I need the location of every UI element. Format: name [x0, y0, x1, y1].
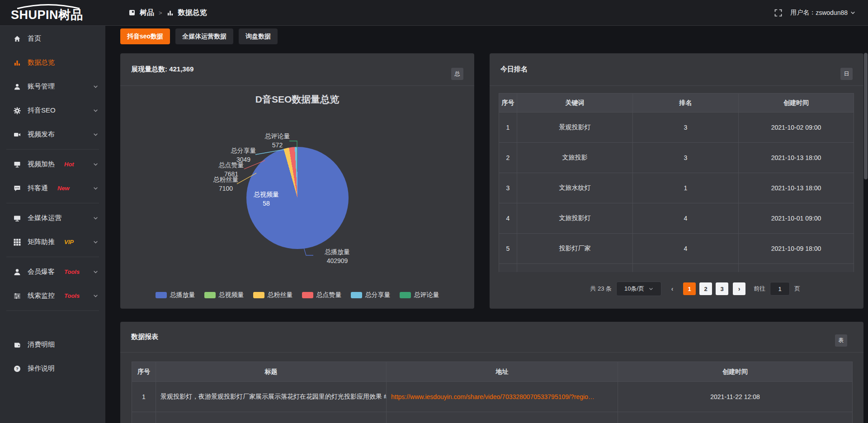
table-view-button[interactable]: 表 — [835, 334, 847, 347]
empty-row — [499, 264, 854, 272]
legend-item[interactable]: 总点赞量 — [302, 291, 342, 299]
total-view-button[interactable]: 总 — [451, 68, 463, 80]
legend-label: 总评论量 — [414, 291, 439, 299]
data-source-tabs: 抖音seo数据全媒体运营数据询盘数据 — [120, 28, 278, 44]
bar-chart-icon — [14, 59, 21, 66]
sidebar-item-clue-monitor[interactable]: 线索监控Tools — [0, 284, 105, 308]
table-row: 1景观投影灯32021-10-02 09:00 — [499, 113, 854, 143]
scrollbar-thumb[interactable] — [864, 53, 868, 179]
sidebar-item-matrix-boost[interactable]: 矩阵助推VIP — [0, 230, 105, 254]
tab-all-media-data[interactable]: 全媒体运营数据 — [175, 28, 233, 44]
tab-douyin-seo-data[interactable]: 抖音seo数据 — [120, 28, 170, 44]
ranking-table-header: 序号关键词排名创建时间 — [499, 94, 854, 113]
chevron-down-icon — [93, 240, 98, 244]
legend-item[interactable]: 总播放量 — [156, 291, 195, 299]
sidebar-divider — [6, 310, 99, 311]
legend-item[interactable]: 总视频量 — [204, 291, 244, 299]
sidebar-item-consume-detail[interactable]: 消费明细 — [0, 333, 105, 357]
sidebar-item-label: 消费明细 — [28, 340, 55, 349]
report-title-cell: 景观投影灯，夜游景观投影灯厂家展示展示落花灯在花园里的灯光投影应用效果 # — [156, 382, 387, 412]
pie-label-plays: 总播放量 402909 — [312, 248, 362, 265]
sidebar-item-badge: New — [57, 185, 70, 192]
chevron-down-icon — [93, 108, 98, 113]
sidebar-item-account-manage[interactable]: 账号管理 — [0, 75, 105, 99]
question-icon: ? — [14, 365, 21, 372]
chevron-down-icon — [850, 10, 855, 15]
fullscreen-icon[interactable] — [774, 9, 782, 17]
table-cell: 5 — [499, 234, 517, 264]
table-cell: 3 — [499, 173, 517, 203]
chevron-down-icon — [93, 84, 98, 89]
sidebar-item-data-overview[interactable]: 数据总览 — [0, 51, 105, 75]
legend-item[interactable]: 总评论量 — [400, 291, 439, 299]
column-header: 序号 — [499, 94, 517, 113]
legend-color-chip — [253, 292, 264, 298]
sidebar-item-all-media[interactable]: 全媒体运营 — [0, 206, 105, 230]
sidebar-item-member-baoke[interactable]: 会员爆客Tools — [0, 260, 105, 284]
prev-page-button[interactable]: ‹ — [666, 282, 679, 295]
sidebar-item-video-publish[interactable]: 视频发布 — [0, 122, 105, 146]
table-cell — [633, 264, 739, 272]
main-content: 抖音seo数据全媒体运营数据询盘数据 展现量总数: 421,369 总 D音SE… — [105, 26, 868, 423]
page-size-select[interactable]: 10条/页 — [616, 282, 661, 296]
sidebar-item-label: 抖音SEO — [28, 106, 56, 115]
user-icon — [14, 83, 21, 90]
page-button-2[interactable]: 2 — [699, 282, 712, 295]
report-card-title: 数据报表 — [131, 333, 158, 341]
impressions-total-label: 展现量总数: 421,369 — [131, 65, 193, 74]
sidebar-item-video-heat[interactable]: 视频加热Hot — [0, 152, 105, 176]
chevron-down-icon — [93, 186, 98, 191]
sidebar-item-badge: Tools — [64, 292, 80, 299]
table-cell: 文旅水纹灯 — [517, 173, 633, 203]
legend-item[interactable]: 总分享量 — [351, 291, 391, 299]
table-cell — [517, 264, 633, 272]
page-button-1[interactable]: 1 — [683, 282, 696, 295]
table-cell: 4 — [633, 234, 739, 264]
page-button-3[interactable]: 3 — [716, 282, 728, 295]
table-cell: 2021-10-13 18:00 — [739, 143, 854, 173]
chevron-down-icon — [93, 132, 98, 137]
sidebar-item-operation-guide[interactable]: ?操作说明 — [0, 357, 105, 381]
table-cell: 投影灯厂家 — [517, 234, 633, 264]
app-logo: SHUPIN树品 — [0, 4, 105, 21]
screen-icon — [14, 161, 21, 168]
chevron-down-icon — [93, 216, 98, 221]
scrollbar[interactable] — [864, 52, 868, 423]
table-cell: 景观投影灯 — [517, 113, 633, 143]
video-link[interactable]: https://www.iesdouyin.com/share/video/70… — [391, 393, 594, 400]
monitor-icon — [14, 215, 21, 222]
report-url-cell: https://www.iesdouyin.com/share/video/70… — [387, 382, 618, 412]
column-header: 序号 — [132, 362, 156, 382]
table-cell: 3 — [633, 113, 739, 143]
gear-icon — [14, 107, 21, 114]
window-icon — [129, 9, 135, 16]
legend-item[interactable]: 总粉丝量 — [253, 291, 293, 299]
table-cell: 2021-11-22 12:08 — [618, 382, 853, 412]
chevron-down-icon — [93, 269, 98, 274]
data-report-card: 数据报表 表 序号标题地址创建时间 1景观投影灯，夜游景观投影灯厂家展示展示落花… — [120, 322, 863, 423]
column-header: 排名 — [633, 94, 739, 113]
next-page-button[interactable]: › — [733, 282, 745, 295]
sidebar-gap — [0, 314, 105, 333]
sidebar-item-label: 矩阵助推 — [28, 238, 55, 246]
grid-icon — [14, 239, 21, 246]
sidebar-item-home[interactable]: 首页 — [0, 27, 105, 51]
user-menu[interactable]: 用户名：zswodun88 — [790, 9, 855, 17]
breadcrumb-separator: > — [159, 9, 162, 16]
page-number-buttons: 123 — [683, 282, 728, 295]
table-row: 5投影灯厂家42021-10-09 18:00 — [499, 234, 854, 264]
sidebar-item-douketong[interactable]: 抖客通New — [0, 176, 105, 200]
wallet-icon — [14, 341, 21, 348]
tab-inquiry-data[interactable]: 询盘数据 — [239, 28, 278, 44]
legend-color-chip — [204, 292, 216, 298]
sidebar-item-label: 视频发布 — [28, 130, 55, 139]
goto-page-input[interactable] — [770, 282, 790, 296]
pagination-total: 共 23 条 — [590, 285, 612, 293]
table-cell — [132, 412, 156, 423]
goto-unit: 页 — [794, 285, 800, 293]
pie-label-videos: 总视频量 58 — [248, 190, 285, 208]
breadcrumb-root[interactable]: 树品 — [140, 8, 154, 18]
day-view-button[interactable]: 日 — [840, 68, 853, 80]
table-cell — [156, 412, 387, 423]
sidebar-item-douyin-seo[interactable]: 抖音SEO — [0, 99, 105, 122]
